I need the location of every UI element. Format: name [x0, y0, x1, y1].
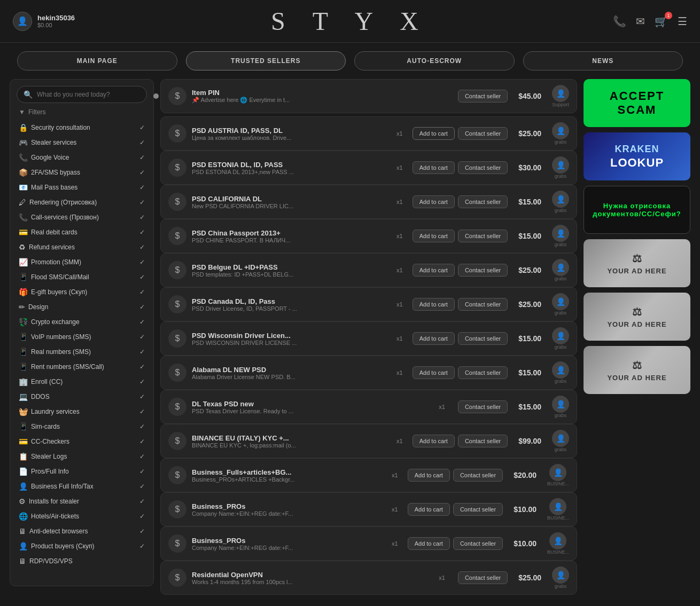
ad-kraken[interactable]: KRAKEN LOOKUP [584, 132, 690, 180]
sidebar-item-11[interactable]: 🎁 E-gift buyers (Скуп) ✓ [17, 285, 147, 300]
sidebar-item-left-29: 🖥 RDP/VDS/VPS [19, 557, 73, 565]
contact-seller-button[interactable]: Contact seller [458, 298, 508, 311]
contact-seller-button[interactable]: Contact seller [458, 435, 508, 447]
tab-trusted-sellers[interactable]: TRUSTED SELLERS [186, 51, 346, 70]
contact-seller-button[interactable]: Contact seller [458, 195, 508, 208]
contact-seller-button[interactable]: Contact seller [458, 332, 508, 345]
product-card: $ PSD China Passport 2013+ PSD CHINE PAS… [160, 219, 577, 253]
phone-icon[interactable]: 📞 [613, 15, 626, 28]
ad-your-1[interactable]: ⚖ YOUR AD HERE [584, 239, 690, 287]
avatar[interactable]: 👤 [13, 12, 32, 31]
search-input[interactable] [37, 91, 140, 98]
sidebar-item-16[interactable]: 📱 Rent numbers (SMS/Call) ✓ [17, 359, 147, 374]
sidebar-item-left-22: 📋 Stealer Logs [19, 452, 67, 461]
contact-seller-button[interactable]: Contact seller [458, 127, 508, 140]
seller-label: grabs [555, 174, 567, 179]
product-subtitle: PSD templates: ID +PASS+DL BELG... [192, 271, 387, 278]
sidebar-item-19[interactable]: 🧺 Laundry services ✓ [17, 404, 147, 419]
ad-accept-scam[interactable]: ACCEPT SCAM [584, 79, 690, 127]
sidebar-item-25[interactable]: ⚙ Installs for stealer ✓ [17, 494, 147, 509]
sidebar-item-left-25: ⚙ Installs for stealer [19, 497, 79, 506]
sidebar-item-29[interactable]: 🖥 RDP/VDS/VPS [17, 554, 147, 569]
seller-avatar: 👤 [552, 361, 569, 379]
sidebar-item-left-11: 🎁 E-gift buyers (Скуп) [19, 288, 87, 296]
sidebar-item-5[interactable]: 🖊 Rendering (Отрисовка) ✓ [17, 195, 147, 210]
sidebar-item-3[interactable]: 📦 2FA/SMS bypass ✓ [17, 165, 147, 180]
add-to-cart-button[interactable]: Add to cart [408, 469, 450, 482]
sidebar-item-4[interactable]: 📧 Mail Pass bases ✓ [17, 180, 147, 195]
sidebar-item-1[interactable]: 🎮 Stealer services ✓ [17, 135, 147, 150]
product-title: PSD Canada DL, ID, Pass [192, 297, 387, 305]
add-to-cart-button[interactable]: Add to cart [408, 537, 450, 550]
sidebar-item-9[interactable]: 📈 Promotion (SMM) ✓ [17, 255, 147, 270]
sidebar-item-0[interactable]: 🔒 Security consultation ✓ [17, 120, 147, 135]
add-to-cart-button[interactable]: Add to cart [413, 366, 455, 379]
product-qty: x1 [387, 506, 402, 513]
product-qty: x1 [392, 199, 407, 205]
add-to-cart-button[interactable]: Add to cart [413, 195, 455, 208]
sidebar-item-2[interactable]: 📞 Google Voice ✓ [17, 150, 147, 165]
contact-seller-button[interactable]: Contact seller [453, 537, 503, 550]
contact-seller-button[interactable]: Contact seller [458, 264, 508, 277]
seller-avatar: 👤 [552, 156, 569, 174]
product-card: $ PSD Wisconsin Driver Licen... PSD WISC… [160, 321, 577, 356]
contact-seller-button[interactable]: Contact seller [458, 400, 508, 413]
add-to-cart-button[interactable]: Add to cart [413, 127, 455, 140]
sidebar-item-17[interactable]: 🏢 Enroll (CC) ✓ [17, 374, 147, 389]
menu-icon[interactable]: ☰ [678, 15, 687, 28]
tab-main[interactable]: MAIN PAGE [17, 51, 177, 70]
ad-drawing[interactable]: Нужна отрисовка документов/СС/Сефи? [584, 186, 690, 234]
tab-auto-escrow[interactable]: AUTO-ESCROW [354, 51, 515, 70]
sidebar-check-21: ✓ [139, 438, 145, 445]
sidebar-item-22[interactable]: 📋 Stealer Logs ✓ [17, 449, 147, 464]
button-group: Contact seller [455, 90, 508, 103]
sidebar-item-left-14: 📱 VoIP numbers (SMS) [19, 333, 91, 341]
contact-seller-button[interactable]: Contact seller [458, 90, 508, 103]
sidebar-item-14[interactable]: 📱 VoIP numbers (SMS) ✓ [17, 329, 147, 344]
sidebar-icon-12: ✏ [19, 303, 25, 311]
add-to-cart-button[interactable]: Add to cart [413, 161, 455, 174]
search-box[interactable]: 🔍 [17, 86, 147, 103]
product-qty: x1 [392, 164, 407, 171]
add-to-cart-button[interactable]: Add to cart [413, 264, 455, 277]
product-subtitle: New PSD CALIFORNIA DRIVER LIC... [192, 203, 387, 209]
sidebar-item-28[interactable]: 👤 Product buyers (Скуп) ✓ [17, 539, 147, 554]
mail-icon[interactable]: ✉ [636, 15, 645, 28]
sidebar-item-18[interactable]: 💻 DDOS ✓ [17, 389, 147, 404]
product-icon: $ [168, 261, 186, 279]
ad-your-2[interactable]: ⚖ YOUR AD HERE [584, 293, 690, 341]
sidebar-item-6[interactable]: 📞 Call-services (Прозвон) ✓ [17, 210, 147, 225]
contact-seller-button[interactable]: Contact seller [458, 161, 508, 174]
sidebar-item-26[interactable]: 🌐 Hotels/Air-tickets ✓ [17, 509, 147, 524]
sidebar-item-24[interactable]: 👤 Business Full Info/Tax ✓ [17, 479, 147, 494]
contact-seller-button[interactable]: Contact seller [458, 230, 508, 242]
contact-seller-button[interactable]: Contact seller [458, 571, 508, 584]
contact-seller-button[interactable]: Contact seller [453, 469, 503, 482]
sidebar-item-20[interactable]: 📱 Sim-cards ✓ [17, 419, 147, 434]
ad-your-3[interactable]: ⚖ YOUR AD HERE [584, 346, 690, 394]
add-to-cart-button[interactable]: Add to cart [408, 503, 450, 516]
seller-label: grabs [555, 242, 567, 247]
sidebar-item-15[interactable]: 📱 Real numbers (SMS) ✓ [17, 344, 147, 359]
add-to-cart-button[interactable]: Add to cart [413, 298, 455, 311]
site-title: S T Y X [182, 6, 519, 36]
product-info: DL Texas PSD new PSD Texas Driver Licens… [192, 400, 429, 414]
sidebar-icon-1: 🎮 [19, 138, 28, 147]
sidebar-icon-25: ⚙ [19, 497, 26, 506]
sidebar-item-8[interactable]: ♻ Refund services ✓ [17, 240, 147, 255]
tab-news[interactable]: NEWS [523, 51, 683, 70]
sidebar-item-21[interactable]: 💳 CC-Checkers ✓ [17, 434, 147, 449]
add-to-cart-button[interactable]: Add to cart [413, 332, 455, 345]
sidebar-label-13: Crypto exchange [31, 318, 80, 326]
sidebar-item-7[interactable]: 💳 Real debit cards ✓ [17, 225, 147, 240]
contact-seller-button[interactable]: Contact seller [453, 503, 503, 516]
contact-seller-button[interactable]: Contact seller [458, 366, 508, 379]
sidebar-item-12[interactable]: ✏ Design ✓ [17, 300, 147, 314]
sidebar-item-13[interactable]: 💱 Crypto exchange ✓ [17, 314, 147, 329]
sidebar-item-10[interactable]: 📱 Flood SMS/Call/Mail ✓ [17, 270, 147, 285]
add-to-cart-button[interactable]: Add to cart [413, 435, 455, 447]
add-to-cart-button[interactable]: Add to cart [413, 230, 455, 242]
cart-icon[interactable]: 🛒 1 [655, 15, 668, 28]
sidebar-item-27[interactable]: 🖥 Anti-detect browsers ✓ [17, 524, 147, 539]
sidebar-item-23[interactable]: 📄 Pros/Full Info ✓ [17, 464, 147, 479]
